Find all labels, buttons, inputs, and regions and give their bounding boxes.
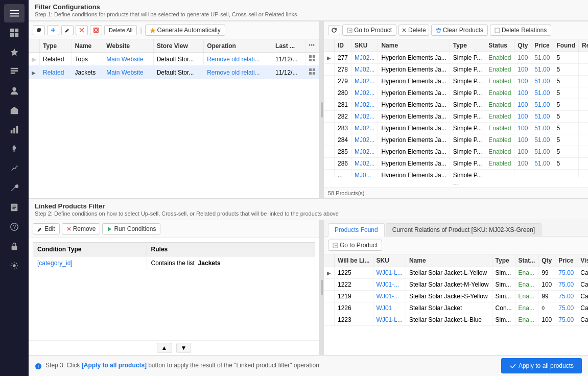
delete-x2-button[interactable] bbox=[90, 25, 102, 35]
found-row[interactable]: ▶ 1225 WJ01-L... Stellar Solar Jacket-L-… bbox=[324, 267, 588, 279]
refresh-button[interactable] bbox=[33, 25, 45, 35]
sidebar-icon-chart[interactable] bbox=[4, 121, 25, 139]
col-sku: SKU bbox=[373, 254, 406, 267]
sidebar-icon-reports[interactable] bbox=[4, 198, 25, 217]
row-website[interactable]: Main Website bbox=[103, 53, 153, 66]
filter-config-table-scroll[interactable]: Type Name Website Store View Operation L… bbox=[29, 39, 319, 198]
generate-automatically-button[interactable]: Generate Automatically bbox=[145, 25, 225, 36]
found-row[interactable]: 1223 WJ01-L... Stellar Solar Jacket-L-Bl… bbox=[324, 314, 588, 326]
row-found: 5 bbox=[553, 64, 579, 76]
bottom-pane-separator[interactable] bbox=[320, 220, 324, 355]
table-row[interactable]: 279 MJ02... Hyperion Elements Ja... Simp… bbox=[324, 76, 588, 87]
row-name: Hyperion Elements Ja... bbox=[378, 146, 450, 158]
table-row[interactable]: ▶ 277 MJ02... Hyperion Elements Ja... Si… bbox=[324, 52, 588, 64]
row-sku[interactable]: MJ02... bbox=[351, 64, 378, 76]
col-price: Price bbox=[531, 39, 553, 52]
add-button[interactable] bbox=[47, 25, 59, 35]
edit-button[interactable] bbox=[61, 25, 74, 35]
table-row[interactable]: ... MJ0... Hyperion Elements Ja... Simpl… bbox=[324, 170, 588, 178]
sidebar-icon-star[interactable] bbox=[4, 43, 25, 61]
row-will-be: 1226 bbox=[335, 302, 373, 314]
go-to-product-button[interactable]: Go to Product bbox=[342, 25, 396, 36]
row-operation[interactable]: Remove old relati... bbox=[204, 53, 272, 66]
row-website[interactable]: Main Website bbox=[103, 66, 153, 79]
row-sku[interactable]: WJ01-... bbox=[373, 279, 406, 291]
pane-separator[interactable] bbox=[320, 21, 324, 198]
row-sku[interactable]: MJ02... bbox=[351, 134, 378, 146]
table-row[interactable]: ▶ Related Jackets Main Website Default S… bbox=[29, 66, 319, 79]
row-sku[interactable]: MJ02... bbox=[351, 123, 378, 134]
tab-products-found[interactable]: Products Found bbox=[328, 223, 385, 237]
found-row[interactable]: 1219 WJ01-... Stellar Solar Jacket-S-Yel… bbox=[324, 291, 588, 302]
row-sku[interactable]: MJ02... bbox=[351, 99, 378, 111]
row-sku[interactable]: WJ01-L... bbox=[373, 267, 406, 279]
table-row[interactable]: 285 MJ02... Hyperion Elements Ja... Simp… bbox=[324, 146, 588, 158]
col-expand bbox=[324, 254, 335, 267]
row-sku[interactable]: WJ01-L... bbox=[373, 314, 406, 326]
sidebar-icon-store[interactable] bbox=[4, 101, 25, 120]
sidebar-icon-wrench[interactable] bbox=[4, 179, 25, 197]
sidebar-icon-settings[interactable] bbox=[4, 256, 25, 275]
found-table-scroll[interactable]: Will be Li... SKU Name Type Stat... Qty … bbox=[324, 254, 588, 355]
sidebar-icon-catalog[interactable] bbox=[4, 62, 25, 81]
row-sku[interactable]: MJ02... bbox=[351, 158, 378, 170]
row-grid[interactable] bbox=[305, 66, 319, 79]
sidebar-icon-marketing[interactable] bbox=[4, 159, 25, 178]
edit-conditions-button[interactable]: Edit bbox=[33, 223, 60, 234]
row-sku[interactable]: WJ01-... bbox=[373, 291, 406, 302]
condition-row[interactable]: [category_id] Contains the list Jackets bbox=[33, 256, 315, 270]
delete-x-button[interactable] bbox=[76, 25, 88, 35]
sidebar-icon-lock[interactable] bbox=[4, 237, 25, 255]
row-sku[interactable]: MJ02... bbox=[351, 52, 378, 64]
row-visibility: Cat... bbox=[577, 279, 588, 291]
row-name: Hyperion Elements Ja... bbox=[378, 52, 450, 64]
row-price: 51.00 bbox=[531, 99, 553, 111]
row-sku[interactable]: MJ02... bbox=[351, 111, 378, 123]
clear-products-button[interactable]: Clear Products bbox=[431, 25, 488, 36]
col-actions bbox=[305, 39, 319, 53]
scroll-down-button[interactable]: ▼ bbox=[176, 343, 192, 353]
table-row[interactable]: 282 MJ02... Hyperion Elements Ja... Simp… bbox=[324, 111, 588, 123]
sidebar-icon-dashboard[interactable] bbox=[4, 24, 25, 42]
table-row[interactable]: 283 MJ02... Hyperion Elements Ja... Simp… bbox=[324, 123, 588, 134]
sidebar-icon-user[interactable] bbox=[4, 82, 25, 100]
delete-relations-button[interactable]: Delete Relations bbox=[490, 25, 551, 36]
bottom-left-pane: Edit Remove Run Conditions bbox=[29, 220, 320, 355]
row-sku[interactable]: MJ02... bbox=[351, 76, 378, 87]
table-row[interactable]: 286 MJ02... Hyperion Elements Ja... Simp… bbox=[324, 158, 588, 170]
delete-all-button[interactable]: Delete All bbox=[104, 25, 137, 35]
row-qty: 100 bbox=[514, 87, 531, 99]
tabs-bar: Products Found Current Relations of Prod… bbox=[324, 220, 588, 237]
scroll-up-button[interactable]: ▲ bbox=[157, 343, 172, 353]
row-qty bbox=[514, 170, 531, 178]
right-table-scroll[interactable]: ID SKU Name Type Status Qty Price Found … bbox=[324, 39, 588, 177]
tab-current-relations[interactable]: Current Relations of Product [SKU: MJ02-… bbox=[386, 223, 542, 236]
table-row[interactable]: 281 MJ02... Hyperion Elements Ja... Simp… bbox=[324, 99, 588, 111]
sidebar-icon-puzzle[interactable] bbox=[4, 140, 25, 158]
run-conditions-button[interactable]: Run Conditions bbox=[102, 223, 160, 234]
row-sku[interactable]: MJ02... bbox=[351, 87, 378, 99]
row-operation[interactable]: Remove old relati... bbox=[204, 66, 272, 79]
svg-rect-1 bbox=[10, 13, 19, 14]
table-row[interactable]: 284 MJ02... Hyperion Elements Ja... Simp… bbox=[324, 134, 588, 146]
remove-conditions-button[interactable]: Remove bbox=[62, 223, 101, 234]
row-related bbox=[579, 76, 588, 87]
table-row[interactable]: ▶ Related Tops Main Website Default Stor… bbox=[29, 53, 319, 66]
sidebar-icon-help[interactable]: ? bbox=[4, 218, 25, 236]
apply-to-all-products-button[interactable]: Apply to all products bbox=[501, 358, 582, 373]
row-sku[interactable]: MJ0... bbox=[351, 170, 378, 178]
found-row[interactable]: 1222 WJ01-... Stellar Solar Jacket-M-Yel… bbox=[324, 279, 588, 291]
table-row[interactable]: 280 MJ02... Hyperion Elements Ja... Simp… bbox=[324, 87, 588, 99]
right-delete-button[interactable]: Delete bbox=[398, 25, 429, 36]
sidebar-icon-menu[interactable] bbox=[4, 4, 25, 22]
row-price: 75.00 bbox=[555, 314, 577, 326]
row-grid[interactable] bbox=[305, 53, 319, 66]
row-sku[interactable]: MJ02... bbox=[351, 146, 378, 158]
row-sku[interactable]: WJ01 bbox=[373, 302, 406, 314]
found-row[interactable]: 1226 WJ01 Stellar Solar Jacket Con... En… bbox=[324, 302, 588, 314]
table-row[interactable]: 278 MJ02... Hyperion Elements Ja... Simp… bbox=[324, 64, 588, 76]
go-to-product-found-button[interactable]: Go to Product bbox=[328, 240, 382, 251]
right-refresh-button[interactable] bbox=[328, 25, 340, 35]
row-name: Hyperion Elements Ja... bbox=[378, 134, 450, 146]
row-found: 5 bbox=[553, 99, 579, 111]
